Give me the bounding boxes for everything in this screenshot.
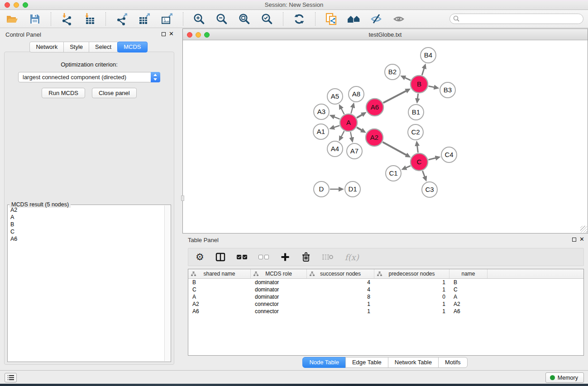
close-window-button[interactable] [5, 2, 10, 8]
select-all-columns-button[interactable] [237, 255, 247, 259]
column-header-name[interactable]: name [449, 269, 488, 278]
zoom-window-button[interactable] [23, 2, 28, 8]
edge-A-A6[interactable] [357, 114, 363, 118]
cell-successor-nodes[interactable]: 4 [307, 286, 374, 293]
mcds-result-item[interactable]: B [8, 221, 164, 228]
cell-name[interactable]: A2 [449, 300, 488, 308]
zoom-selected-button[interactable] [259, 12, 275, 26]
cell-shared-name[interactable]: B [188, 279, 251, 286]
edge-C-C3[interactable] [422, 171, 425, 177]
cell-predecessor-nodes[interactable]: 1 [374, 286, 449, 293]
zoom-in-button[interactable] [191, 12, 207, 26]
column-header-predecessor-nodes[interactable]: predecessor nodes [374, 269, 449, 278]
edge-B-B2[interactable] [404, 77, 411, 80]
cell-name[interactable]: A6 [449, 308, 488, 315]
edge-A-A4[interactable] [341, 131, 344, 138]
cell-predecessor-nodes[interactable]: 1 [374, 300, 449, 308]
column-header-shared-name[interactable]: shared name [188, 269, 251, 278]
home-layout-button[interactable] [346, 12, 362, 26]
minimize-window-button[interactable] [14, 2, 19, 8]
splitter-grip[interactable] [181, 195, 184, 201]
cell-shared-name[interactable]: C [188, 286, 251, 293]
float-panel-icon[interactable] [162, 32, 166, 36]
tab-network[interactable]: Network [29, 42, 64, 52]
network-canvas[interactable]: A5A8A3A1A4A7AA6A2BB2B4B3B1C2CC4C1C3DD1 [183, 40, 588, 233]
unselect-all-columns-button[interactable] [258, 255, 269, 259]
edge-A-A5[interactable] [341, 108, 344, 114]
result-scrollbar[interactable] [164, 205, 170, 361]
table-row[interactable]: Adominator80A [188, 293, 583, 300]
close-panel-icon[interactable]: ✕ [579, 236, 584, 243]
tab-motifs[interactable]: Motifs [438, 357, 468, 368]
memory-button[interactable]: Memory [545, 372, 584, 383]
cell-predecessor-nodes[interactable]: 1 [374, 308, 449, 315]
import-network-button[interactable] [59, 12, 75, 26]
network-close-button[interactable] [187, 32, 192, 38]
resize-grip[interactable] [580, 226, 587, 233]
show-column-button[interactable] [215, 252, 225, 262]
table-row[interactable]: Bdominator41B [188, 279, 583, 286]
criterion-dropdown[interactable]: largest connected component (directed) [18, 72, 160, 82]
edge-A-A3[interactable] [334, 117, 340, 119]
show-panels-button[interactable] [392, 12, 407, 26]
export-table-button[interactable] [137, 12, 152, 26]
refresh-button[interactable] [292, 12, 307, 26]
edge-A-A8[interactable] [351, 107, 353, 114]
tab-mcds[interactable]: MCDS [117, 42, 147, 52]
float-panel-icon[interactable] [572, 238, 576, 242]
task-history-button[interactable] [5, 373, 17, 382]
column-header-successor-nodes[interactable]: successor nodes [307, 269, 374, 278]
mcds-result-item[interactable]: A6 [8, 235, 164, 243]
cell-predecessor-nodes[interactable]: 1 [374, 279, 449, 286]
tab-node-table[interactable]: Node Table [302, 357, 346, 368]
mcds-result-item[interactable]: A2 [8, 206, 164, 214]
export-network-button[interactable] [114, 12, 129, 26]
mcds-result-item[interactable]: C [8, 228, 164, 235]
column-header-mcds-role[interactable]: MCDS role [251, 269, 307, 278]
import-table-button[interactable] [82, 12, 97, 26]
cell-shared-name[interactable]: A [188, 293, 251, 300]
table-settings-button[interactable]: ⚙ [196, 253, 204, 262]
cell-mcds-role[interactable]: connector [251, 300, 307, 308]
table-row[interactable]: Cdominator41C [188, 286, 583, 293]
cell-successor-nodes[interactable]: 1 [307, 300, 374, 308]
cell-shared-name[interactable]: A2 [188, 300, 251, 308]
delete-column-button[interactable] [301, 252, 311, 262]
cell-successor-nodes[interactable]: 8 [307, 293, 374, 300]
edge-A-A1[interactable] [334, 126, 339, 128]
cell-name[interactable]: B [449, 279, 488, 286]
network-zoom-button[interactable] [204, 32, 210, 38]
cell-predecessor-nodes[interactable]: 0 [374, 293, 449, 300]
cell-mcds-role[interactable]: dominator [251, 293, 307, 300]
tab-style[interactable]: Style [63, 42, 89, 52]
network-graph[interactable]: A5A8A3A1A4A7AA6A2BB2B4B3B1C2CC4C1C3DD1 [183, 40, 588, 233]
cell-name[interactable]: C [449, 286, 488, 293]
edge-C-C2[interactable] [417, 145, 418, 152]
duplicate-network-button[interactable] [324, 12, 339, 26]
edge-A-A7[interactable] [350, 132, 352, 138]
cell-shared-name[interactable]: A6 [188, 308, 251, 315]
close-panel-button[interactable]: Close panel [92, 88, 137, 98]
run-mcds-button[interactable]: Run MCDS [42, 88, 85, 98]
edge-A-A2[interactable] [357, 128, 362, 131]
table-row[interactable]: A2connector11A2 [188, 300, 583, 308]
cell-mcds-role[interactable]: connector [251, 308, 307, 315]
cell-successor-nodes[interactable]: 1 [307, 308, 374, 315]
hide-panels-button[interactable] [369, 12, 384, 26]
edge-A6-B[interactable] [383, 91, 407, 103]
cell-name[interactable]: A [449, 293, 488, 300]
edge-B-B1[interactable] [417, 94, 418, 99]
cell-mcds-role[interactable]: dominator [251, 286, 307, 293]
export-image-button[interactable] [159, 12, 175, 26]
edge-A2-C[interactable] [382, 142, 406, 155]
close-panel-icon[interactable]: ✕ [169, 30, 174, 37]
open-session-button[interactable] [5, 12, 20, 26]
cell-successor-nodes[interactable]: 4 [307, 279, 374, 286]
edge-B-B3[interactable] [429, 86, 435, 87]
save-session-button[interactable] [27, 12, 43, 26]
cell-mcds-role[interactable]: dominator [251, 279, 307, 286]
zoom-out-button[interactable] [214, 12, 229, 26]
tab-edge-table[interactable]: Edge Table [345, 357, 388, 368]
zoom-fit-button[interactable] [237, 12, 252, 26]
create-column-button[interactable] [280, 252, 290, 262]
